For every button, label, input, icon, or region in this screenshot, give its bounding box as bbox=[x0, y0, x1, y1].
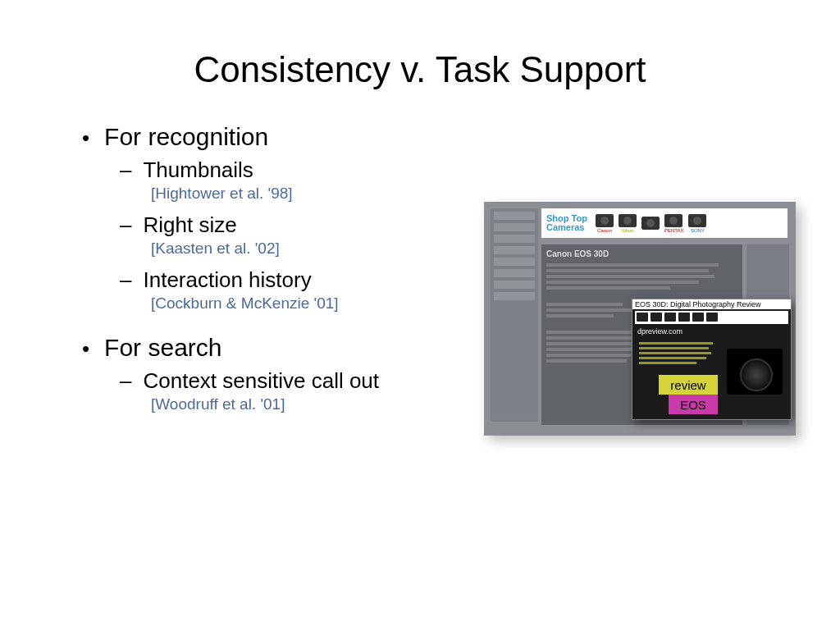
callout-body: review EOS bbox=[632, 337, 791, 419]
figure-main-title: Canon EOS 30D bbox=[546, 249, 737, 258]
camera-thumb-icon bbox=[637, 313, 648, 322]
citation-hightower: [Hightower et al. '98] bbox=[151, 185, 824, 203]
bullet-recognition: For recognition bbox=[82, 123, 824, 151]
highlight-review: review bbox=[659, 375, 718, 395]
figure-topbar: Shop Top Cameras Canon Nikon PENTAX SONY bbox=[541, 208, 788, 238]
camera-thumb-icon bbox=[596, 214, 614, 227]
camera-thumb-icon bbox=[664, 313, 676, 322]
callout-site-label: dpreview.com bbox=[632, 326, 791, 337]
highlight-eos: EOS bbox=[669, 395, 718, 414]
shop-label: Shop Top Cameras bbox=[546, 214, 587, 232]
camera-thumb-icon bbox=[678, 313, 690, 322]
figure-sidebar bbox=[491, 208, 538, 422]
camera-thumb-icon bbox=[692, 313, 704, 322]
camera-thumb-icon bbox=[688, 214, 706, 227]
slide-title: Consistency v. Task Support bbox=[0, 0, 840, 123]
bullet-thumbnails: Thumbnails bbox=[120, 158, 824, 183]
camera-product-icon bbox=[727, 349, 783, 395]
camera-thumb-icon bbox=[619, 214, 637, 227]
camera-thumb-icon bbox=[651, 313, 662, 322]
callout-titlebar: EOS 30D: Digital Photography Review bbox=[632, 299, 791, 309]
camera-thumb-icon bbox=[641, 217, 660, 230]
callout-popup: EOS 30D: Digital Photography Review dpre… bbox=[632, 299, 792, 420]
screenshot-figure: Shop Top Cameras Canon Nikon PENTAX SONY… bbox=[484, 202, 796, 436]
camera-thumb-icon bbox=[664, 214, 682, 227]
callout-thumbnails bbox=[635, 311, 788, 324]
camera-thumb-icon bbox=[706, 313, 718, 322]
